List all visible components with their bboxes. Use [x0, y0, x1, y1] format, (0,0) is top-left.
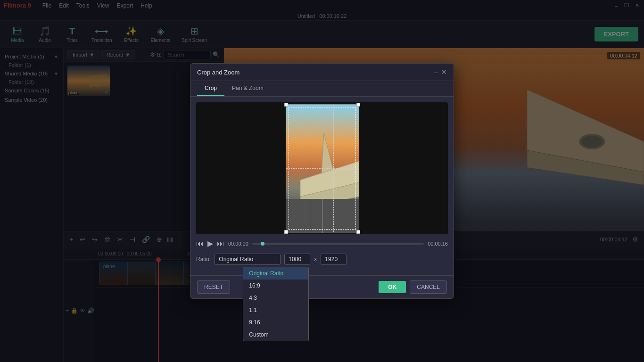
crop-zoom-dialog: Crop and Zoom – ✕ Crop Pan & Zoom [190, 63, 454, 299]
dialog-header-icons: – ✕ [434, 68, 447, 76]
time-end-label: 00:00:16 [428, 241, 448, 247]
skip-back-button[interactable]: ⏮ [196, 239, 204, 248]
time-start-label: 00:00:00 [228, 241, 248, 247]
tab-crop[interactable]: Crop [197, 81, 224, 96]
ratio-option-1-1[interactable]: 1:1 [243, 304, 308, 316]
playback-timeline[interactable] [252, 243, 424, 245]
ratio-width-input[interactable] [284, 254, 310, 265]
crop-horizontal-line [286, 168, 358, 169]
crop-handle-bottom-right[interactable] [356, 230, 360, 234]
ratio-option-custom[interactable]: Custom [243, 329, 308, 341]
skip-forward-button[interactable]: ⏭ [217, 239, 224, 248]
dialog-title: Crop and Zoom [197, 69, 239, 76]
playback-controls: ⏮ ▶ ⏭ 00:00:00 00:00:16 [196, 239, 448, 248]
ratio-option-4-3[interactable]: 4:3 [243, 292, 308, 304]
dialog-overlay: Crop and Zoom – ✕ Crop Pan & Zoom [0, 0, 644, 362]
crop-preview [196, 102, 448, 234]
dialog-close-button[interactable]: ✕ [441, 68, 447, 76]
crop-handle-bottom-left[interactable] [284, 230, 288, 234]
play-button[interactable]: ▶ [207, 239, 213, 248]
dialog-footer: RESET OK CANCEL [190, 275, 454, 298]
tab-pan-zoom[interactable]: Pan & Zoom [224, 81, 271, 96]
ratio-dropdown: Original Ratio 16:9 4:3 1:1 9:16 Custom [243, 267, 309, 341]
ok-button[interactable]: OK [379, 281, 406, 293]
dialog-minimize-button[interactable]: – [434, 68, 438, 76]
dialog-tabs: Crop Pan & Zoom [190, 81, 454, 97]
crop-handle-top-left[interactable] [284, 103, 288, 107]
ratio-separator: x [314, 256, 317, 263]
ratio-option-16-9[interactable]: 16:9 [243, 280, 308, 292]
ratio-select-container: Original Ratio Original Ratio 16:9 4:3 1… [215, 254, 281, 265]
ratio-height-input[interactable] [321, 254, 347, 265]
crop-frame[interactable] [286, 104, 359, 232]
crop-vertical-line-1 [310, 105, 310, 232]
cancel-button[interactable]: CANCEL [410, 280, 447, 294]
ratio-select[interactable]: Original Ratio [215, 254, 281, 265]
crop-handle-top-right[interactable] [356, 103, 360, 107]
ratio-option-original[interactable]: Original Ratio [243, 267, 308, 280]
playback-position [261, 242, 264, 246]
dialog-body: ⏮ ▶ ⏭ 00:00:00 00:00:16 Ratio: Original … [190, 97, 454, 275]
dialog-header: Crop and Zoom – ✕ [190, 64, 454, 81]
crop-vertical-line-2 [333, 105, 334, 232]
ratio-controls: Ratio: Original Ratio Original Ratio 16:… [196, 254, 448, 265]
ratio-label: Ratio: [196, 256, 211, 263]
reset-button[interactable]: RESET [197, 280, 230, 294]
ratio-option-9-16[interactable]: 9:16 [243, 316, 308, 329]
